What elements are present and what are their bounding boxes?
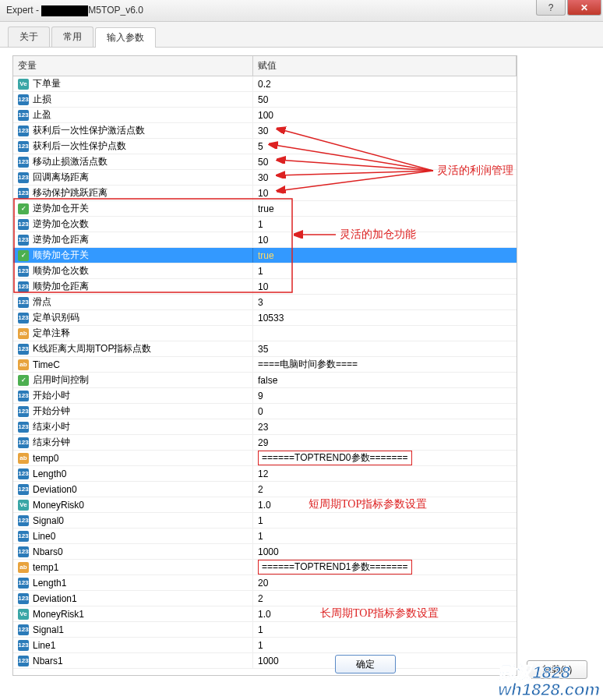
value-cell[interactable]: ====电脑时间参数==== [253,357,517,372]
value-cell[interactable]: 0.2 [253,76,517,91]
int-type-icon: 123 [18,578,29,589]
value-cell[interactable]: 23 [253,419,517,434]
value-cell[interactable]: 10 [253,279,517,294]
table-row[interactable]: 123Length120 [13,575,517,591]
variable-name: 开始分钟 [33,405,70,418]
value-cell[interactable]: 35 [253,341,517,356]
table-row[interactable]: 123止盈100 [13,108,517,123]
variable-cell: 123顺势加仓次数 [13,263,253,278]
value-cell[interactable]: 100 [253,108,517,122]
variable-name: temp1 [33,562,58,573]
table-row[interactable]: 123Deviation02 [13,482,517,497]
value-cell[interactable]: true [253,201,517,216]
value-cell[interactable]: 1.0 [253,606,517,621]
value-cell[interactable]: 2 [253,591,517,606]
table-row[interactable]: 123Length012 [13,466,517,482]
column-variable[interactable]: 变量 [13,56,253,76]
tab-about[interactable]: 关于 [8,27,50,47]
parameters-grid[interactable]: 变量 赋值 Ve下单量0.2123止损50123止盈100123获利后一次性保护… [12,55,517,676]
value-cell[interactable]: 0 [253,404,517,419]
table-row[interactable]: 123顺势加仓距离10 [13,279,517,295]
dbl-type-icon: Ve [18,609,29,620]
value-cell[interactable]: 1000 [253,544,517,559]
table-row[interactable]: 123开始分钟0 [13,404,517,419]
table-row[interactable]: 123结束小时23 [13,419,517,435]
table-row[interactable]: ✓逆势加仓开关true [13,201,517,217]
tab-inputs[interactable]: 输入参数 [95,27,156,48]
value-cell[interactable]: 10 [253,232,517,247]
variable-cell: abTimeC [13,357,253,372]
titlebar: Expert - M5TOP_v6.0 ? ✕ [0,0,603,22]
value-cell[interactable]: 10 [253,186,517,200]
value-cell[interactable]: 2 [253,482,517,497]
value-cell[interactable]: 1 [253,263,517,278]
variable-name: Line0 [33,531,55,542]
int-type-icon: 123 [18,313,29,323]
table-row[interactable]: 123开始小时9 [13,388,517,404]
int-type-icon: 123 [18,422,29,433]
value-cell[interactable]: 50 [253,92,517,107]
int-type-icon: 123 [18,94,29,105]
close-button[interactable]: ✕ [567,0,601,16]
table-row[interactable]: 123Nbars01000 [13,544,517,560]
value-cell[interactable]: false [253,373,517,387]
value-cell[interactable]: ======TOPTREND0参数======= [253,451,517,465]
value-cell[interactable] [253,326,517,341]
table-row[interactable]: 123结束分钟29 [13,435,517,451]
variable-cell: ab定单注释 [13,326,253,341]
table-row[interactable]: abtemp0======TOPTREND0参数======= [13,451,517,466]
column-value[interactable]: 赋值 [253,56,517,76]
value-cell[interactable]: 3 [253,295,517,309]
table-row[interactable]: 123Signal11 [13,622,517,638]
table-row[interactable]: Ve下单量0.2 [13,76,517,92]
variable-name: 逆势加仓开关 [33,202,89,215]
table-row[interactable]: abTimeC====电脑时间参数==== [13,357,517,373]
value-cell[interactable]: 1.0 [253,497,517,512]
int-type-icon: 123 [18,468,29,479]
value-cell[interactable]: 12 [253,466,517,481]
table-row[interactable]: 123移动止损激活点数50 [13,154,517,170]
table-row[interactable]: 123移动保护跳跃距离10 [13,186,517,201]
value-cell[interactable]: 1 [253,217,517,232]
table-row[interactable]: 123逆势加仓距离10 [13,232,517,248]
variable-name: 启用时间控制 [33,373,89,387]
value-cell[interactable]: true [253,248,517,263]
value-cell[interactable]: 20 [253,575,517,590]
table-row[interactable]: 123K线距离大周期TOP指标点数35 [13,341,517,357]
value-cell[interactable]: ======TOPTREND1参数======= [253,560,517,574]
value-cell[interactable]: 1 [253,513,517,528]
table-row[interactable]: 123止损50 [13,92,517,108]
tab-common[interactable]: 常用 [51,27,93,47]
table-row[interactable]: 123顺势加仓次数1 [13,263,517,279]
table-row[interactable]: ab定单注释 [13,326,517,341]
table-row[interactable]: 123Deviation12 [13,591,517,606]
variable-name: 下单量 [33,77,61,90]
value-cell[interactable]: 10533 [253,310,517,325]
table-row[interactable]: 123获利后一次性保护点数5 [13,139,517,154]
help-button[interactable]: ? [536,0,566,16]
table-row[interactable]: 123滑点3 [13,295,517,310]
value-cell[interactable]: 5 [253,139,517,154]
value-cell[interactable]: 29 [253,435,517,450]
value-cell[interactable]: 1 [253,622,517,637]
table-row[interactable]: VeMoneyRisk11.0 [13,606,517,622]
table-row[interactable]: ✓启用时间控制false [13,373,517,388]
bool-type-icon: ✓ [18,203,29,214]
table-row[interactable]: ✓顺势加仓开关true [13,248,517,263]
table-row[interactable]: 123回调离场距离30 [13,170,517,186]
table-row[interactable]: 123逆势加仓次数1 [13,217,517,232]
table-row[interactable]: 123获利后一次性保护激活点数30 [13,123,517,139]
table-row[interactable]: 123Signal01 [13,513,517,529]
table-row[interactable]: 123定单识别码10533 [13,310,517,326]
table-row[interactable]: 123Line01 [13,529,517,544]
value-cell[interactable]: 30 [253,123,517,138]
table-row[interactable]: abtemp1======TOPTREND1参数======= [13,560,517,575]
value-cell[interactable]: 50 [253,154,517,169]
value-cell[interactable]: 30 [253,170,517,185]
ok-button[interactable]: 确定 [335,655,396,673]
table-row[interactable]: VeMoneyRisk01.0 [13,497,517,513]
value-cell[interactable]: 1 [253,529,517,543]
value-cell[interactable]: 9 [253,388,517,403]
variable-cell: 123Deviation0 [13,482,253,497]
variable-name: 定单识别码 [33,311,79,324]
